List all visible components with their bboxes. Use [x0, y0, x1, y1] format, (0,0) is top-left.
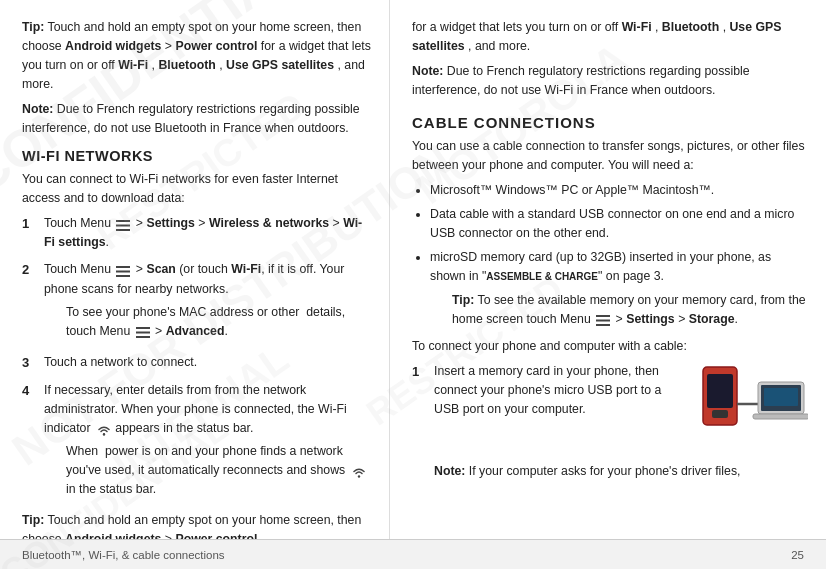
- svg-rect-2: [116, 229, 130, 231]
- cable-step-1-note-label: Note:: [434, 464, 465, 478]
- assemble-charge-ref: ASSEMBLE & CHARGE: [486, 271, 598, 282]
- tip-gps: Use GPS satellites: [226, 58, 334, 72]
- step-4-num: 4: [22, 381, 40, 401]
- svg-rect-0: [116, 220, 130, 222]
- right-bluetooth: Bluetooth: [662, 20, 719, 34]
- left-column: Tip: Touch and hold an empty spot on you…: [0, 0, 390, 569]
- svg-rect-15: [707, 374, 733, 408]
- step-2-content: Touch Menu > Scan (or touch Wi-Fi, if it…: [44, 260, 371, 344]
- cable-image-area: [698, 362, 808, 452]
- cable-bullets: Microsoft™ Windows™ PC or Apple™ Macinto…: [430, 181, 808, 328]
- svg-rect-13: [596, 324, 610, 326]
- bullet-1: Microsoft™ Windows™ PC or Apple™ Macinto…: [430, 181, 808, 200]
- svg-point-9: [103, 433, 105, 435]
- cable-step-1: 1: [412, 362, 808, 481]
- svg-rect-1: [116, 224, 130, 226]
- tip-comma2: ,: [219, 58, 226, 72]
- svg-point-10: [357, 476, 359, 478]
- svg-rect-11: [596, 315, 610, 317]
- note-label: Note:: [22, 102, 53, 116]
- svg-rect-7: [136, 331, 150, 333]
- right-comma1: ,: [655, 20, 662, 34]
- right-note-label: Note:: [412, 64, 443, 78]
- svg-rect-12: [596, 319, 610, 321]
- menu-icon-1: [116, 218, 130, 229]
- right-wifi: Wi-Fi: [622, 20, 652, 34]
- svg-rect-20: [753, 414, 808, 419]
- step-3: 3 Touch a network to connect.: [22, 353, 371, 373]
- svg-rect-3: [116, 266, 130, 268]
- wifi-section-heading: WI-FI NETWORKS: [22, 148, 371, 164]
- bullet-tip-label: Tip:: [452, 293, 474, 307]
- step-2-wifi: Wi-Fi: [231, 262, 261, 276]
- menu-icon-4: [596, 313, 610, 324]
- wifi-indicator-icon-2: [351, 465, 365, 476]
- cable-connect-intro: To connect your phone and computer with …: [412, 337, 808, 356]
- bullet-3: microSD memory card (up to 32GB) inserte…: [430, 248, 808, 328]
- step-1-num: 1: [22, 214, 40, 234]
- step-1: 1 Touch Menu > Settings > Wireless & net…: [22, 214, 371, 252]
- cable-step-1-note-text: If your computer asks for your phone's d…: [469, 464, 741, 478]
- tip-gt1: >: [165, 39, 176, 53]
- cable-step-1-num: 1: [412, 362, 430, 382]
- step-1-settings: Settings: [146, 216, 195, 230]
- cable-step-1-note-wrapper: Note: If your computer asks for your pho…: [434, 462, 808, 481]
- right-note-text: Due to French regulatory restrictions re…: [412, 64, 750, 97]
- note-text: Due to French regulatory restrictions re…: [22, 102, 360, 135]
- svg-rect-5: [116, 275, 130, 277]
- bottom-tip-label: Tip:: [22, 513, 44, 527]
- right-text3: , and more.: [468, 39, 530, 53]
- step-3-content: Touch a network to connect.: [44, 353, 371, 372]
- intro-note-text: Note: Due to French regulatory restricti…: [22, 100, 371, 138]
- cable-steps: 1: [412, 362, 808, 481]
- right-note: Note: Due to French regulatory restricti…: [412, 62, 808, 100]
- tip-bluetooth: Bluetooth: [158, 58, 215, 72]
- menu-icon-2: [116, 264, 130, 275]
- tip-wifi: Wi-Fi: [118, 58, 148, 72]
- cable-intro: You can use a cable connection to transf…: [412, 137, 808, 175]
- bullet-tip-storage: Storage: [689, 312, 735, 326]
- page-container: CONFIDENTIAL RESTRICTED NOT FOR DISTRIBU…: [0, 0, 826, 569]
- step-2-advanced: Advanced: [166, 324, 225, 338]
- bullet-3-tip: Tip: To see the available memory on your…: [452, 291, 808, 329]
- cable-step-1-inner: Insert a memory card in your phone, then…: [434, 362, 808, 458]
- svg-rect-16: [712, 410, 728, 418]
- tip-android-widgets: Android widgets: [65, 39, 161, 53]
- step-2-scan: Scan: [146, 262, 175, 276]
- right-intro-1: for a widget that lets you turn on or of…: [412, 20, 622, 34]
- svg-rect-21: [764, 388, 798, 406]
- menu-icon-3: [136, 325, 150, 336]
- footer-page-num: 25: [791, 549, 804, 561]
- tip-label: Tip:: [22, 20, 44, 34]
- cable-section-heading: CABLE CONNECTIONS: [412, 114, 808, 131]
- intro-tip-text: Tip: Touch and hold an empty spot on you…: [22, 18, 371, 94]
- step-1-wireless: Wireless & networks: [209, 216, 329, 230]
- step-1-content: Touch Menu > Settings > Wireless & netwo…: [44, 214, 371, 252]
- right-intro-text: for a widget that lets you turn on or of…: [412, 18, 808, 56]
- bullet-2: Data cable with a standard USB connector…: [430, 205, 808, 243]
- step-4-sub: When power is on and your phone finds a …: [66, 442, 371, 499]
- svg-rect-6: [136, 327, 150, 329]
- right-column: for a widget that lets you turn on or of…: [390, 0, 826, 569]
- wifi-steps: 1 Touch Menu > Settings > Wireless & net…: [22, 214, 371, 503]
- step-4: 4 If necessary, enter details from from …: [22, 381, 371, 503]
- wifi-intro: You can connect to Wi-Fi networks for ev…: [22, 170, 371, 208]
- footer-left-text: Bluetooth™, Wi-Fi, & cable connections: [22, 549, 225, 561]
- wifi-indicator-icon: [96, 423, 110, 434]
- footer-bar: Bluetooth™, Wi-Fi, & cable connections 2…: [0, 539, 826, 569]
- step-4-content: If necessary, enter details from from th…: [44, 381, 371, 503]
- step-2: 2 Touch Menu > Scan (or touch Wi-Fi, if …: [22, 260, 371, 344]
- cable-illustration: [698, 362, 808, 452]
- step-2-sub: To see your phone's MAC address or other…: [66, 303, 371, 341]
- bullet-tip-settings: Settings: [626, 312, 675, 326]
- tip-power-control: Power control: [175, 39, 257, 53]
- step-2-num: 2: [22, 260, 40, 280]
- cable-step-1-text: Insert a memory card in your phone, then…: [434, 364, 661, 416]
- cable-step-1-content: Insert a memory card in your phone, then…: [434, 362, 808, 481]
- step-3-num: 3: [22, 353, 40, 373]
- svg-rect-8: [136, 336, 150, 338]
- svg-rect-4: [116, 270, 130, 272]
